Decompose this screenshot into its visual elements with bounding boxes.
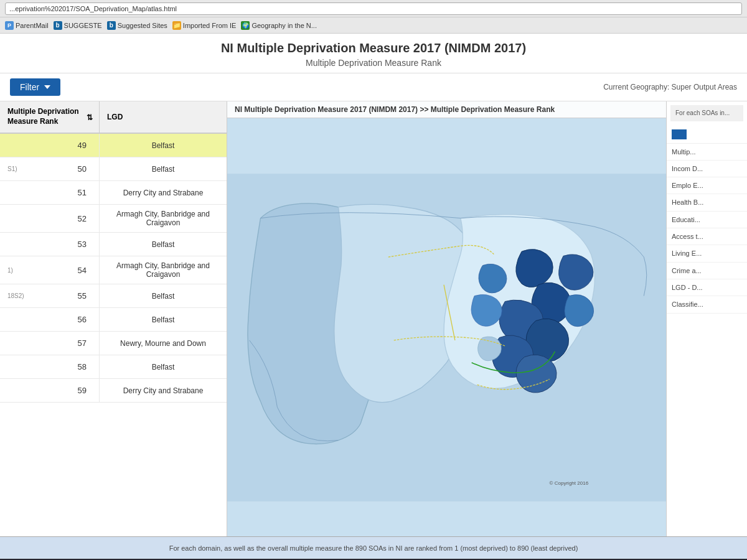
table-row[interactable]: 56 Belfast xyxy=(0,308,227,332)
table-row[interactable]: 49 Belfast xyxy=(0,134,227,157)
rank-number: 56 xyxy=(78,315,87,324)
sidebar-item-living[interactable]: Living E... xyxy=(667,245,747,262)
map-area[interactable]: NI Multiple Deprivation Measure 2017 (NI… xyxy=(227,101,666,536)
table-row[interactable]: 52 Armagh City, Banbridge and Craigavon xyxy=(0,205,227,233)
rank-cell: 18S2) 55 xyxy=(0,284,100,307)
table-row[interactable]: 57 Newry, Mourne and Down xyxy=(0,332,227,355)
rank-cell: S1) 50 xyxy=(0,157,100,180)
rank-number: 57 xyxy=(78,338,87,348)
rank-number: 51 xyxy=(78,188,87,197)
parentmail-icon: P xyxy=(5,21,14,30)
table-row[interactable]: 1) 54 Armagh City, Banbridge and Craigav… xyxy=(0,256,227,284)
map-title-bar: NI Multiple Deprivation Measure 2017 (NI… xyxy=(227,101,666,118)
sidebar-item-crime[interactable]: Crime a... xyxy=(667,263,747,279)
lgd-header-text: LGD xyxy=(107,113,123,121)
geography-icon: 🌍 xyxy=(241,21,250,30)
dropdown-arrow-icon xyxy=(44,85,50,89)
bookmark-label: Geography in the N... xyxy=(251,22,317,29)
geography-label: Current Geography: Super Output Areas xyxy=(603,83,737,91)
sidebar-item-income[interactable]: Incom D... xyxy=(667,161,747,177)
map-svg: © Copyright 2016 xyxy=(227,120,666,536)
filter-button[interactable]: Filter xyxy=(10,78,60,96)
sidebar-item-access[interactable]: Access t... xyxy=(667,228,747,245)
rank-number: 54 xyxy=(78,266,87,275)
rank-number: 53 xyxy=(78,240,87,249)
right-sidebar: For each SOAs in... Multip... Incom D...… xyxy=(666,101,747,536)
url-bar[interactable]: ...eprivation%202017/SOA_Deprivation_Map… xyxy=(5,2,742,15)
rank-number: 55 xyxy=(78,291,87,301)
table-row[interactable]: 18S2) 55 Belfast xyxy=(0,284,227,308)
rank-number: 49 xyxy=(78,141,87,150)
legend-swatch xyxy=(672,129,687,139)
page-content: NI Multiple Deprivation Measure 2017 (NI… xyxy=(0,34,747,559)
bottom-info-bar: For each domain, as well as the overall … xyxy=(0,536,747,559)
main-layout: Multiple Deprivation Measure Rank ⇅ LGD … xyxy=(0,101,747,536)
table-header: Multiple Deprivation Measure Rank ⇅ LGD xyxy=(0,101,227,134)
table-row[interactable]: 59 Derry City and Strabane xyxy=(0,379,227,403)
sidebar-item-classified[interactable]: Classifie... xyxy=(667,296,747,313)
lgd-cell: Armagh City, Banbridge and Craigavon xyxy=(100,256,227,284)
lgd-cell: Armagh City, Banbridge and Craigavon xyxy=(100,205,227,232)
lgd-cell: Belfast xyxy=(100,233,227,256)
bookmark-geography[interactable]: 🌍 Geography in the N... xyxy=(241,21,317,30)
sidebar-item-health[interactable]: Health B... xyxy=(667,194,747,211)
rank-number: 50 xyxy=(78,164,87,174)
lgd-cell: Belfast xyxy=(100,308,227,331)
bookmark-parentmail[interactable]: P ParentMail xyxy=(5,21,49,30)
row-label: 1) xyxy=(7,267,13,274)
rank-cell: 51 xyxy=(0,181,100,204)
lgd-cell: Belfast xyxy=(100,284,227,307)
table-row[interactable]: 51 Derry City and Strabane xyxy=(0,181,227,205)
bookmark-suggested-sites[interactable]: b Suggested Sites xyxy=(107,21,167,30)
table-row[interactable]: S1) 50 Belfast xyxy=(0,157,227,181)
table-row[interactable]: 53 Belfast xyxy=(0,233,227,256)
bookmarks-bar: P ParentMail b SUGGESTE b Suggested Site… xyxy=(0,17,747,34)
sort-icon: ⇅ xyxy=(87,113,92,121)
legend-box xyxy=(667,125,747,144)
row-label: S1) xyxy=(7,166,17,172)
bookmark-label: Suggested Sites xyxy=(118,22,167,29)
for-each-info: For each SOAs in... xyxy=(670,105,743,121)
toolbar: Filter Current Geography: Super Output A… xyxy=(0,73,747,101)
sidebar-item-employment[interactable]: Emplo E... xyxy=(667,177,747,194)
rank-cell: 56 xyxy=(0,308,100,331)
page-header: NI Multiple Deprivation Measure 2017 (NI… xyxy=(0,34,747,73)
lgd-cell: Newry, Mourne and Down xyxy=(100,332,227,355)
table-row[interactable]: 58 Belfast xyxy=(0,355,227,379)
suggeste-icon: b xyxy=(54,21,62,30)
rank-cell: 57 xyxy=(0,332,100,355)
svg-text:© Copyright 2016: © Copyright 2016 xyxy=(550,480,589,486)
left-panel: Multiple Deprivation Measure Rank ⇅ LGD … xyxy=(0,101,227,536)
lgd-cell: Belfast xyxy=(100,355,227,378)
rank-cell: 59 xyxy=(0,379,100,402)
url-text: ...eprivation%202017/SOA_Deprivation_Map… xyxy=(9,5,177,12)
rank-cell: 53 xyxy=(0,233,100,256)
page-title: NI Multiple Deprivation Measure 2017 (NI… xyxy=(12,41,735,55)
row-label: 18S2) xyxy=(7,292,24,299)
sidebar-item-lgd[interactable]: LGD - D... xyxy=(667,279,747,296)
bookmark-suggeste[interactable]: b SUGGESTE xyxy=(54,21,102,30)
rank-number: 52 xyxy=(78,214,87,223)
rank-cell: 49 xyxy=(0,134,100,157)
rank-cell: 58 xyxy=(0,355,100,378)
sidebar-item-education[interactable]: Educati... xyxy=(667,212,747,228)
page-subtitle: Multiple Deprivation Measure Rank xyxy=(12,58,735,68)
imported-icon: 📁 xyxy=(172,21,181,30)
column-rank-header[interactable]: Multiple Deprivation Measure Rank ⇅ xyxy=(0,101,100,133)
sidebar-item-multiple[interactable]: Multip... xyxy=(667,144,747,161)
bookmark-label: SUGGESTE xyxy=(64,22,102,29)
rank-cell: 1) 54 xyxy=(0,256,100,284)
lgd-cell: Belfast xyxy=(100,134,227,157)
bookmark-label: Imported From IE xyxy=(183,22,237,29)
browser-bar: ...eprivation%202017/SOA_Deprivation_Map… xyxy=(0,0,747,17)
rank-number: 59 xyxy=(78,386,87,395)
bottom-info-text: For each domain, as well as the overall … xyxy=(169,544,578,552)
for-each-text: For each SOAs in... xyxy=(675,110,730,116)
bookmark-imported[interactable]: 📁 Imported From IE xyxy=(172,21,237,30)
bookmark-label: ParentMail xyxy=(16,22,49,29)
lgd-cell: Belfast xyxy=(100,157,227,180)
rank-number: 58 xyxy=(78,362,87,371)
lgd-cell: Derry City and Strabane xyxy=(100,181,227,204)
filter-label: Filter xyxy=(20,82,39,92)
column-lgd-header[interactable]: LGD xyxy=(100,101,227,133)
